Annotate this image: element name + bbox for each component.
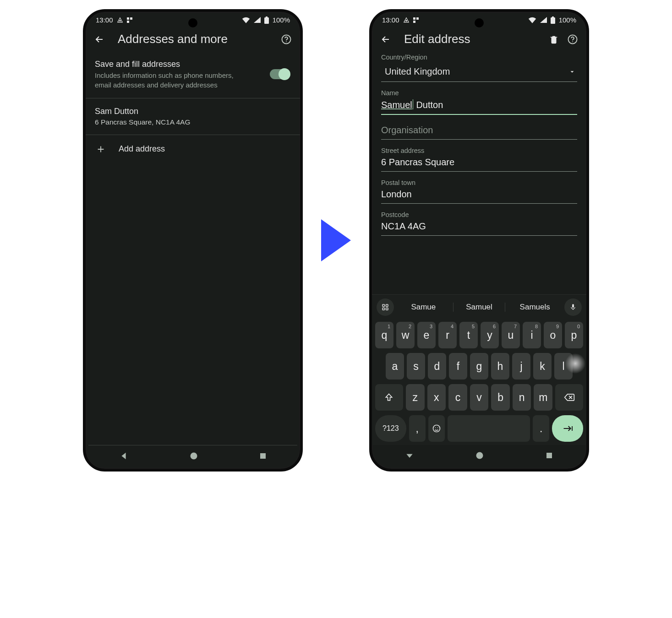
- emoji-key[interactable]: [428, 415, 445, 442]
- status-time: 13:00: [96, 16, 113, 24]
- widget-icon: [127, 17, 132, 23]
- svg-point-0: [119, 20, 120, 21]
- nav-recents-icon[interactable]: [259, 452, 267, 460]
- svg-point-10: [405, 20, 406, 21]
- svg-rect-12: [416, 17, 419, 20]
- enter-key[interactable]: [552, 415, 583, 442]
- phone-addresses-list: 13:00 100% Addresses and more Save and f…: [83, 9, 303, 472]
- key-u[interactable]: u7: [502, 322, 520, 348]
- svg-rect-20: [382, 308, 385, 310]
- nav-keyboard-hide-icon[interactable]: [405, 451, 414, 460]
- suggestion-bar: Samue Samuel Samuels: [372, 295, 586, 320]
- name-label: Name: [381, 89, 577, 97]
- toggle-subtitle: Includes information such as phone numbe…: [95, 71, 241, 90]
- google-icon: [403, 17, 410, 23]
- phone-edit-address: 13:00 100% Edit address Country/R: [369, 9, 589, 472]
- svg-rect-11: [413, 17, 415, 20]
- key-d[interactable]: d: [428, 353, 446, 379]
- app-bar: Addresses and more: [86, 26, 300, 52]
- street-input[interactable]: 6 Pancras Square: [381, 154, 577, 172]
- save-fill-toggle-row[interactable]: Save and fill addresses Includes informa…: [86, 52, 300, 97]
- shift-key[interactable]: [375, 384, 403, 411]
- comma-key[interactable]: ,: [409, 415, 426, 442]
- key-i[interactable]: i8: [523, 322, 541, 348]
- wifi-icon: [528, 17, 536, 23]
- status-battery: 100%: [559, 16, 576, 24]
- key-k[interactable]: k: [533, 353, 552, 379]
- keyboard-row-3: zxcvbnm: [372, 382, 586, 413]
- svg-rect-27: [546, 453, 552, 458]
- key-s[interactable]: s: [407, 353, 425, 379]
- key-h[interactable]: h: [491, 353, 509, 379]
- key-x[interactable]: x: [427, 384, 446, 411]
- system-nav-bar: [375, 445, 584, 466]
- key-t[interactable]: t5: [459, 322, 478, 348]
- space-key[interactable]: [448, 415, 530, 442]
- key-r[interactable]: r4: [438, 322, 457, 348]
- key-w[interactable]: w2: [396, 322, 415, 348]
- back-icon[interactable]: [94, 34, 105, 45]
- toggle-switch-on[interactable]: [270, 69, 290, 79]
- key-l[interactable]: l: [554, 353, 573, 379]
- street-label: Street address: [381, 147, 577, 154]
- plus-icon: [96, 144, 106, 154]
- toggle-title: Save and fill addresses: [95, 59, 262, 70]
- wifi-icon: [242, 17, 250, 23]
- key-a[interactable]: a: [386, 353, 404, 379]
- key-j[interactable]: j: [512, 353, 530, 379]
- suggestion-2[interactable]: Samuel: [453, 303, 506, 312]
- keyboard-row-1: q1w2e3r4t5y6u7i8o9p0: [372, 320, 586, 351]
- svg-point-25: [437, 428, 438, 428]
- nav-back-icon[interactable]: [119, 451, 129, 461]
- name-input[interactable]: Samuel Dutton: [381, 97, 577, 115]
- suggestion-1[interactable]: Samue: [398, 303, 449, 312]
- nav-recents-icon[interactable]: [545, 451, 553, 460]
- nav-home-icon[interactable]: [475, 451, 484, 460]
- key-z[interactable]: z: [406, 384, 425, 411]
- key-o[interactable]: o9: [544, 322, 562, 348]
- key-f[interactable]: f: [449, 353, 467, 379]
- stage: 13:00 100% Addresses and more Save and f…: [83, 9, 589, 472]
- add-address-row[interactable]: Add address: [86, 136, 300, 163]
- key-m[interactable]: m: [534, 384, 552, 411]
- widget-icon: [413, 17, 419, 23]
- symbols-key[interactable]: ?123: [375, 415, 406, 442]
- country-label: Country/Region: [381, 54, 577, 61]
- saved-address-row[interactable]: Sam Dutton 6 Pancras Square, NC1A 4AG: [86, 99, 300, 134]
- keyboard: Samue Samuel Samuels q1w2e3r4t5y6u7i8o9p…: [372, 294, 586, 445]
- divider: [86, 98, 300, 98]
- svg-rect-21: [386, 308, 388, 310]
- svg-point-24: [435, 428, 436, 428]
- key-c[interactable]: c: [448, 384, 467, 411]
- key-b[interactable]: b: [491, 384, 510, 411]
- key-v[interactable]: v: [470, 384, 489, 411]
- suggestion-3[interactable]: Samuels: [509, 303, 561, 312]
- period-key[interactable]: .: [533, 415, 549, 442]
- organisation-input[interactable]: Organisation: [381, 122, 577, 140]
- key-g[interactable]: g: [470, 353, 488, 379]
- town-input[interactable]: London: [381, 186, 577, 204]
- svg-point-17: [572, 41, 573, 42]
- system-nav-bar: [88, 445, 297, 466]
- postcode-input[interactable]: NC1A 4AG: [381, 218, 577, 236]
- country-dropdown[interactable]: United Kingdom: [381, 63, 577, 82]
- help-icon[interactable]: [281, 34, 292, 45]
- divider: [86, 135, 300, 135]
- key-n[interactable]: n: [513, 384, 531, 411]
- backspace-key[interactable]: [555, 384, 583, 411]
- help-icon[interactable]: [567, 34, 578, 45]
- svg-point-26: [476, 452, 483, 459]
- status-time: 13:00: [382, 16, 399, 24]
- key-y[interactable]: y6: [481, 322, 499, 348]
- clipboard-icon[interactable]: [377, 298, 394, 316]
- key-p[interactable]: p0: [565, 322, 583, 348]
- mic-icon[interactable]: [564, 298, 582, 316]
- delete-icon[interactable]: [549, 34, 559, 44]
- svg-rect-15: [552, 16, 554, 17]
- postcode-label: Postcode: [381, 211, 577, 218]
- back-icon[interactable]: [380, 34, 391, 45]
- saved-address-name: Sam Dutton: [95, 107, 291, 116]
- key-e[interactable]: e3: [417, 322, 436, 348]
- key-q[interactable]: q1: [375, 322, 393, 348]
- nav-home-icon[interactable]: [189, 451, 198, 461]
